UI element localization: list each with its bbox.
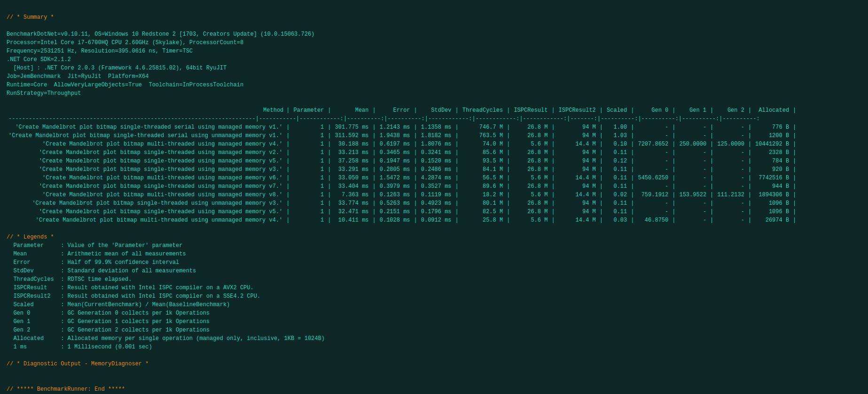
env-line: Frequency=2531251 Hz, Resolution=395.061…: [7, 47, 861, 55]
env-line: BenchmarkDotNet=v0.10.11, OS=Windows 10 …: [7, 30, 861, 39]
legend-item: ThreadCycles : RDTSC time elapsed.: [7, 275, 861, 284]
legend-item: Gen 1 : GC Generation 1 collects per 1k …: [7, 317, 861, 326]
table-row: 'Create Mandelbrot plot bitmap multi-thr…: [7, 140, 798, 148]
table-row: 'Create Mandelbrot plot bitmap single-th…: [7, 148, 798, 157]
empty-line-6: [7, 368, 861, 377]
end-comment: // ***** BenchmarkRunner: End *****: [7, 385, 861, 394]
legend-item: Mean : Arithmetic mean of all measuremen…: [7, 250, 861, 258]
env-line: Runtime=Core AllowVeryLargeObjects=True …: [7, 81, 861, 89]
table-row: 'Create Mandelbrot plot bitmap single-th…: [7, 208, 798, 216]
legend-item: Error : Half of 99.9% confidence interva…: [7, 258, 861, 267]
table-row: 'Create Mandelbrot plot bitmap single-th…: [7, 199, 798, 208]
empty-line-7: [7, 377, 861, 385]
table-header-row: Method | Parameter | Mean | Error | StdD…: [7, 106, 798, 115]
empty-line-4: [7, 224, 861, 233]
legend-item: Scaled : Mean(CurrentBenchmark) / Mean(B…: [7, 301, 861, 309]
benchmark-table: Method | Parameter | Mean | Error | StdD…: [7, 106, 798, 224]
legend-item: StdDev : Standard deviation of all measu…: [7, 267, 861, 275]
env-line: RunStrategy=Throughput: [7, 89, 861, 98]
table-row: 'Create Mandelbrot plot bitmap single-th…: [7, 123, 798, 131]
legends-section: // * Legends * Parameter : Value of the …: [7, 233, 861, 351]
empty-line-5: [7, 351, 861, 360]
benchmark-table-container: Method | Parameter | Mean | Error | StdD…: [7, 106, 861, 224]
table-row: 'Create Mandelbrot plot bitmap multi-thr…: [7, 216, 798, 224]
table-row: 'Create Mandelbrot plot bitmap single-th…: [7, 131, 798, 140]
empty-line-2: [7, 22, 861, 30]
terminal-output: // * Summary * BenchmarkDotNet=v0.10.11,…: [7, 5, 861, 106]
env-line: [Host] : .NET Core 2.0.3 (Framework 4.6.…: [7, 64, 861, 72]
env-line: Job=JemBenchmark Jit=RyuJit Platform=X64: [7, 72, 861, 81]
env-line: .NET Core SDK=2.1.2: [7, 55, 861, 64]
table-divider-row: ----------------------------------------…: [7, 115, 798, 123]
summary-comment: // * Summary *: [7, 13, 861, 22]
legend-item: Parameter : Value of the 'Parameter' par…: [7, 241, 861, 250]
env-line: Processor=Intel Core i7-6700HQ CPU 2.60G…: [7, 39, 861, 47]
legend-item: 1 ms : 1 Millisecond (0.001 sec): [7, 343, 861, 351]
legend-item: Gen 2 : GC Generation 2 collects per 1k …: [7, 326, 861, 334]
legend-item: Allocated : Allocated memory per single …: [7, 334, 861, 343]
legends-comment: // * Legends *: [7, 233, 861, 241]
legend-item: ISPCResult : Result obtained with Intel …: [7, 284, 861, 292]
legend-item: ISPCResult2 : Result obtained with Intel…: [7, 292, 861, 301]
env-info: BenchmarkDotNet=v0.10.11, OS=Windows 10 …: [7, 30, 861, 98]
table-row: 'Create Mandelbrot plot bitmap multi-thr…: [7, 174, 798, 182]
empty-line-3: [7, 98, 861, 106]
empty-line-1: [7, 5, 861, 13]
table-row: 'Create Mandelbrot plot bitmap single-th…: [7, 182, 798, 191]
table-row: 'Create Mandelbrot plot bitmap multi-thr…: [7, 191, 798, 199]
diagnostic-comment: // * Diagnostic Output - MemoryDiagnoser…: [7, 360, 861, 368]
legend-item: Gen 0 : GC Generation 0 collects per 1k …: [7, 309, 861, 317]
table-row: 'Create Mandelbrot plot bitmap single-th…: [7, 165, 798, 174]
table-row: 'Create Mandelbrot plot bitmap single-th…: [7, 157, 798, 165]
